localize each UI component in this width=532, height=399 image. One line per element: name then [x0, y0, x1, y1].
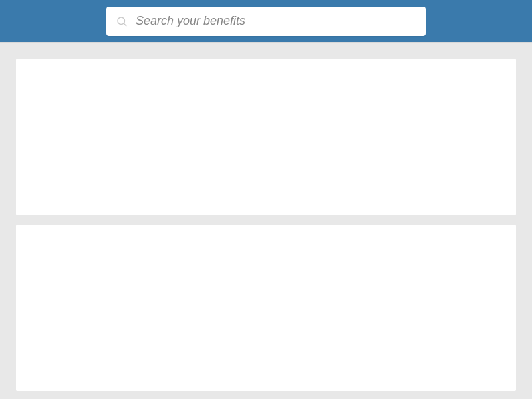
svg-line-1: [124, 23, 126, 25]
search-container: [106, 7, 426, 36]
card-placeholder: [16, 59, 516, 215]
card-placeholder: [16, 225, 516, 391]
content-area: [0, 43, 532, 399]
search-input[interactable]: [136, 14, 416, 28]
search-icon: [116, 15, 128, 27]
svg-point-0: [118, 17, 125, 25]
header-bar: [0, 0, 532, 43]
